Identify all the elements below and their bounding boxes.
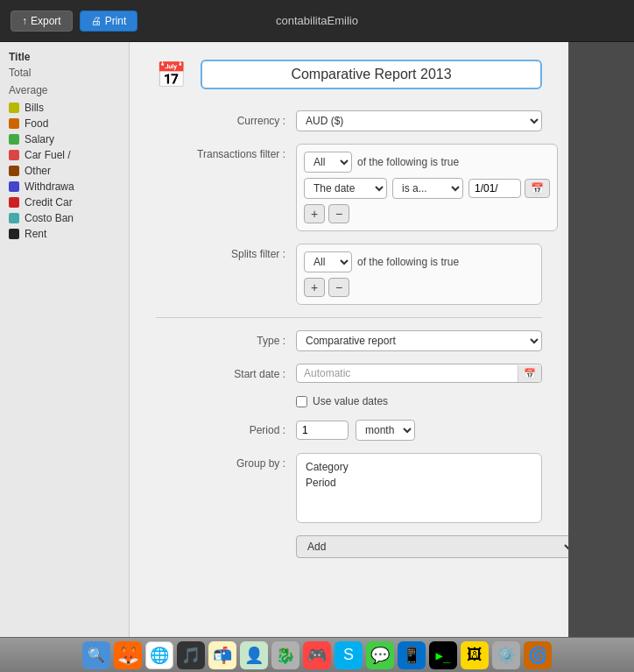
- start-date-value: Automatic: [297, 364, 518, 382]
- export-icon: ↑: [22, 15, 27, 27]
- use-value-dates-spacer: [156, 395, 296, 400]
- splits-remove-condition-button[interactable]: −: [328, 278, 349, 297]
- currency-select[interactable]: AUD ($) USD ($) EUR (€) GBP (£): [296, 110, 542, 131]
- transactions-add-condition-button[interactable]: +: [304, 204, 325, 223]
- app-title: contabilitaEmilio: [276, 14, 358, 27]
- transactions-of-following-text: of the following is true: [357, 156, 459, 168]
- main-area: Title Total Average Bills Food Salary Ca…: [0, 42, 634, 637]
- type-select[interactable]: Comparative report Profit & Loss Balance…: [296, 330, 542, 351]
- rent-label: Rent: [25, 228, 46, 240]
- group-by-label: Group by :: [156, 453, 296, 470]
- top-bar: ↑ Export 🖨 Print contabilitaEmilio: [0, 0, 634, 42]
- print-icon: 🖨: [91, 15, 102, 27]
- sidebar-header: Title: [0, 49, 129, 65]
- food-label: Food: [25, 117, 48, 130]
- date-text-input[interactable]: [468, 179, 521, 198]
- use-value-dates-content: Use value dates: [296, 395, 542, 407]
- period-inputs: month week year: [296, 420, 542, 441]
- dock-app-store-icon[interactable]: 📱: [398, 641, 426, 669]
- export-button[interactable]: ↑ Export: [11, 11, 73, 32]
- withdrawal-label: Withdrawa: [25, 180, 74, 193]
- withdrawal-color: [9, 181, 19, 192]
- groupby-category[interactable]: Category: [306, 459, 532, 475]
- splits-all-select[interactable]: All Any: [304, 251, 352, 272]
- costoban-color: [9, 213, 19, 223]
- salary-label: Salary: [25, 133, 54, 145]
- sidebar-item-rent[interactable]: Rent: [0, 226, 129, 242]
- dock-skype-icon[interactable]: S: [335, 641, 363, 669]
- use-value-dates-checkbox-label[interactable]: Use value dates: [296, 395, 542, 407]
- date-operator-select[interactable]: is a... is is not is before is after: [392, 178, 463, 199]
- dock-photos-icon[interactable]: 🖼: [461, 641, 489, 669]
- dock-settings-icon[interactable]: ⚙️: [492, 641, 520, 669]
- dock-finder-icon[interactable]: 🔍: [82, 641, 110, 669]
- period-unit-select[interactable]: month week year: [356, 420, 415, 441]
- dock-game-icon[interactable]: 🎮: [303, 641, 331, 669]
- transactions-filter-row: Transactions filter : All Any of the fol…: [156, 144, 542, 231]
- dock-unknown-icon[interactable]: 🌀: [524, 641, 552, 669]
- food-color: [9, 118, 19, 129]
- groupby-period[interactable]: Period: [306, 475, 532, 491]
- period-number-input[interactable]: [296, 421, 349, 440]
- splits-filter-box: All Any of the following is true + −: [296, 244, 542, 305]
- carfuel-color: [9, 150, 19, 160]
- dock-mail-icon[interactable]: 📬: [208, 641, 236, 669]
- date-field-select[interactable]: The date Amount Description: [304, 178, 387, 199]
- dock-chrome-icon[interactable]: 🌐: [145, 641, 173, 669]
- sidebar-item-other[interactable]: Other: [0, 163, 129, 179]
- period-row: Period : month week year: [156, 420, 542, 441]
- type-row: Type : Comparative report Profit & Loss …: [156, 330, 542, 351]
- sidebar-item-food[interactable]: Food: [0, 116, 129, 131]
- start-date-label: Start date :: [156, 364, 296, 380]
- dock-music-icon[interactable]: 🎵: [177, 641, 205, 669]
- dock-terminal-icon[interactable]: ▶_: [429, 641, 457, 669]
- transactions-filter-top-row: All Any of the following is true: [304, 152, 550, 173]
- dock-contacts-icon[interactable]: 👤: [240, 641, 268, 669]
- splits-add-condition-button[interactable]: +: [304, 278, 325, 297]
- splits-filter-row: Splits filter : All Any of the following…: [156, 244, 542, 305]
- dock-firefox-icon[interactable]: 🦊: [114, 641, 142, 669]
- start-date-row: Start date : Automatic 📅: [156, 364, 542, 383]
- sidebar-item-costoban[interactable]: Costo Ban: [0, 210, 129, 226]
- add-select[interactable]: Add: [296, 535, 568, 558]
- dock-dragon-icon[interactable]: 🐉: [271, 641, 299, 669]
- currency-row: Currency : AUD ($) USD ($) EUR (€) GBP (…: [156, 110, 542, 131]
- sidebar-average: Average: [0, 82, 129, 100]
- divider: [156, 317, 542, 318]
- period-content: month week year: [296, 420, 542, 441]
- sidebar-item-carfuel[interactable]: Car Fuel /: [0, 147, 129, 163]
- sidebar-item-bills[interactable]: Bills: [0, 100, 129, 116]
- currency-label: Currency :: [156, 110, 296, 127]
- use-value-dates-checkbox[interactable]: [296, 396, 307, 407]
- transactions-remove-condition-button[interactable]: −: [328, 204, 349, 223]
- transactions-filter-box: All Any of the following is true The dat…: [296, 144, 558, 231]
- report-title-input[interactable]: [201, 60, 542, 89]
- other-label: Other: [25, 165, 51, 177]
- group-by-list: Category Period: [296, 453, 542, 523]
- sidebar-item-withdrawal[interactable]: Withdrawa: [0, 179, 129, 195]
- period-label: Period :: [156, 420, 296, 436]
- type-content: Comparative report Profit & Loss Balance…: [296, 330, 542, 351]
- creditcar-color: [9, 197, 19, 208]
- start-date-input: Automatic 📅: [296, 364, 542, 383]
- sidebar: Title Total Average Bills Food Salary Ca…: [0, 42, 130, 637]
- dock-messages-icon[interactable]: 💬: [366, 641, 394, 669]
- calendar-icon: 📅: [156, 60, 187, 89]
- bills-color: [9, 103, 19, 113]
- transactions-filter-content: All Any of the following is true The dat…: [296, 144, 558, 231]
- dialog-header: 📅: [156, 60, 542, 89]
- creditcar-label: Credit Car: [25, 196, 73, 209]
- splits-filter-content: All Any of the following is true + −: [296, 244, 542, 305]
- start-date-calendar-button[interactable]: 📅: [518, 365, 541, 382]
- use-value-dates-text: Use value dates: [313, 395, 388, 407]
- date-value-input: 📅: [468, 179, 550, 198]
- transactions-all-select[interactable]: All Any: [304, 152, 352, 173]
- splits-filter-label: Splits filter :: [156, 244, 296, 260]
- rent-color: [9, 229, 19, 239]
- use-value-dates-row: Use value dates: [156, 395, 542, 407]
- print-button[interactable]: 🖨 Print: [80, 11, 138, 32]
- bills-label: Bills: [25, 102, 44, 114]
- calendar-picker-button[interactable]: 📅: [525, 179, 550, 198]
- sidebar-item-salary[interactable]: Salary: [0, 131, 129, 147]
- sidebar-item-creditcar[interactable]: Credit Car: [0, 195, 129, 210]
